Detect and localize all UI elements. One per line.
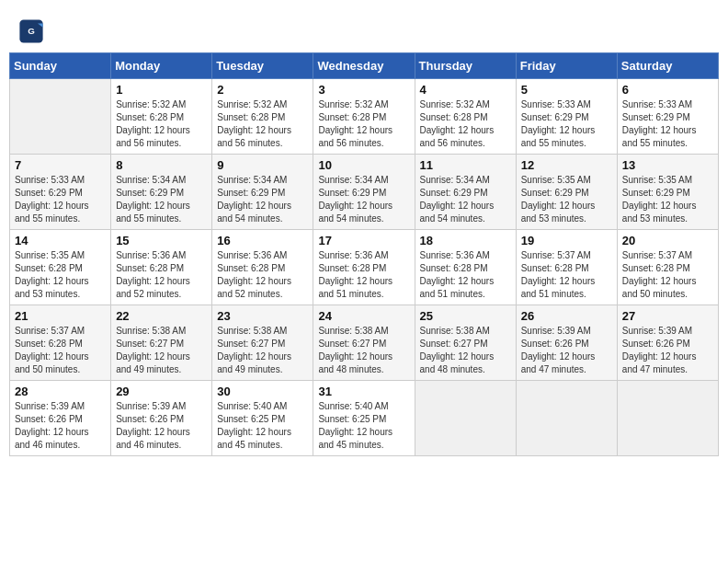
calendar-cell: 16Sunrise: 5:36 AM Sunset: 6:28 PM Dayli… — [212, 230, 313, 305]
cell-info: Sunrise: 5:40 AM Sunset: 6:25 PM Dayligh… — [217, 400, 308, 452]
calendar-cell: 1Sunrise: 5:32 AM Sunset: 6:28 PM Daylig… — [111, 79, 212, 155]
calendar-cell: 18Sunrise: 5:36 AM Sunset: 6:28 PM Dayli… — [415, 230, 516, 305]
calendar-cell: 27Sunrise: 5:39 AM Sunset: 6:26 PM Dayli… — [617, 305, 718, 381]
calendar-header: SundayMondayTuesdayWednesdayThursdayFrid… — [10, 53, 719, 79]
weekday-header: Friday — [516, 53, 617, 79]
calendar-cell: 3Sunrise: 5:32 AM Sunset: 6:28 PM Daylig… — [313, 79, 415, 155]
day-number: 20 — [622, 234, 713, 247]
day-number: 2 — [217, 83, 308, 97]
cell-info: Sunrise: 5:38 AM Sunset: 6:27 PM Dayligh… — [217, 325, 308, 376]
calendar-cell: 13Sunrise: 5:35 AM Sunset: 6:29 PM Dayli… — [617, 155, 718, 230]
calendar-week: 1Sunrise: 5:32 AM Sunset: 6:28 PM Daylig… — [10, 79, 719, 155]
calendar-cell: 28Sunrise: 5:39 AM Sunset: 6:26 PM Dayli… — [10, 381, 111, 456]
calendar-week: 7Sunrise: 5:33 AM Sunset: 6:29 PM Daylig… — [10, 155, 719, 230]
day-number: 12 — [521, 158, 612, 172]
day-number: 13 — [622, 158, 713, 172]
calendar-cell: 15Sunrise: 5:36 AM Sunset: 6:28 PM Dayli… — [111, 230, 212, 305]
svg-text:G: G — [28, 26, 35, 36]
day-number: 3 — [318, 83, 409, 97]
day-number: 27 — [622, 309, 713, 323]
cell-info: Sunrise: 5:37 AM Sunset: 6:28 PM Dayligh… — [15, 325, 106, 376]
cell-info: Sunrise: 5:34 AM Sunset: 6:29 PM Dayligh… — [217, 174, 308, 225]
calendar-cell: 9Sunrise: 5:34 AM Sunset: 6:29 PM Daylig… — [212, 155, 313, 230]
logo: G — [18, 18, 48, 44]
day-number: 6 — [622, 83, 713, 97]
day-number: 30 — [217, 385, 308, 398]
cell-info: Sunrise: 5:39 AM Sunset: 6:26 PM Dayligh… — [15, 400, 106, 452]
cell-info: Sunrise: 5:36 AM Sunset: 6:28 PM Dayligh… — [217, 249, 308, 301]
calendar-cell — [617, 381, 718, 456]
calendar-cell: 5Sunrise: 5:33 AM Sunset: 6:29 PM Daylig… — [516, 79, 617, 155]
cell-info: Sunrise: 5:34 AM Sunset: 6:29 PM Dayligh… — [116, 174, 207, 225]
calendar-cell: 25Sunrise: 5:38 AM Sunset: 6:27 PM Dayli… — [415, 305, 516, 381]
calendar-cell: 20Sunrise: 5:37 AM Sunset: 6:28 PM Dayli… — [617, 230, 718, 305]
day-number: 29 — [116, 385, 207, 398]
page-header: G — [9, 9, 719, 49]
day-number: 18 — [420, 234, 511, 247]
cell-info: Sunrise: 5:36 AM Sunset: 6:28 PM Dayligh… — [420, 249, 511, 301]
day-number: 22 — [116, 309, 207, 323]
calendar-cell: 22Sunrise: 5:38 AM Sunset: 6:27 PM Dayli… — [111, 305, 212, 381]
cell-info: Sunrise: 5:37 AM Sunset: 6:28 PM Dayligh… — [521, 249, 612, 301]
cell-info: Sunrise: 5:39 AM Sunset: 6:26 PM Dayligh… — [521, 325, 612, 376]
calendar-cell: 8Sunrise: 5:34 AM Sunset: 6:29 PM Daylig… — [111, 155, 212, 230]
cell-info: Sunrise: 5:32 AM Sunset: 6:28 PM Dayligh… — [318, 98, 409, 150]
day-number: 10 — [318, 158, 409, 172]
calendar-cell: 30Sunrise: 5:40 AM Sunset: 6:25 PM Dayli… — [212, 381, 313, 456]
day-number: 8 — [116, 158, 207, 172]
cell-info: Sunrise: 5:35 AM Sunset: 6:29 PM Dayligh… — [521, 174, 612, 225]
day-number: 31 — [318, 385, 409, 398]
day-number: 7 — [15, 158, 106, 172]
calendar-cell: 4Sunrise: 5:32 AM Sunset: 6:28 PM Daylig… — [415, 79, 516, 155]
day-number: 17 — [318, 234, 409, 247]
calendar-table: SundayMondayTuesdayWednesdayThursdayFrid… — [9, 52, 719, 456]
calendar-week: 28Sunrise: 5:39 AM Sunset: 6:26 PM Dayli… — [10, 381, 719, 456]
calendar-cell: 14Sunrise: 5:35 AM Sunset: 6:28 PM Dayli… — [10, 230, 111, 305]
cell-info: Sunrise: 5:39 AM Sunset: 6:26 PM Dayligh… — [622, 325, 713, 376]
calendar-cell: 29Sunrise: 5:39 AM Sunset: 6:26 PM Dayli… — [111, 381, 212, 456]
day-number: 16 — [217, 234, 308, 247]
day-number: 15 — [116, 234, 207, 247]
calendar-cell — [10, 79, 111, 155]
calendar-week: 21Sunrise: 5:37 AM Sunset: 6:28 PM Dayli… — [10, 305, 719, 381]
day-number: 25 — [420, 309, 511, 323]
calendar-cell: 24Sunrise: 5:38 AM Sunset: 6:27 PM Dayli… — [313, 305, 415, 381]
cell-info: Sunrise: 5:36 AM Sunset: 6:28 PM Dayligh… — [116, 249, 207, 301]
day-number: 21 — [15, 309, 106, 323]
day-number: 24 — [318, 309, 409, 323]
weekday-header: Monday — [111, 53, 212, 79]
cell-info: Sunrise: 5:33 AM Sunset: 6:29 PM Dayligh… — [521, 98, 612, 150]
weekday-header: Tuesday — [212, 53, 313, 79]
calendar-cell: 10Sunrise: 5:34 AM Sunset: 6:29 PM Dayli… — [313, 155, 415, 230]
cell-info: Sunrise: 5:40 AM Sunset: 6:25 PM Dayligh… — [318, 400, 409, 452]
cell-info: Sunrise: 5:38 AM Sunset: 6:27 PM Dayligh… — [318, 325, 409, 376]
cell-info: Sunrise: 5:38 AM Sunset: 6:27 PM Dayligh… — [420, 325, 511, 376]
calendar-cell: 26Sunrise: 5:39 AM Sunset: 6:26 PM Dayli… — [516, 305, 617, 381]
calendar-cell: 31Sunrise: 5:40 AM Sunset: 6:25 PM Dayli… — [313, 381, 415, 456]
cell-info: Sunrise: 5:33 AM Sunset: 6:29 PM Dayligh… — [15, 174, 106, 225]
day-number: 1 — [116, 83, 207, 97]
day-number: 19 — [521, 234, 612, 247]
calendar-cell: 12Sunrise: 5:35 AM Sunset: 6:29 PM Dayli… — [516, 155, 617, 230]
cell-info: Sunrise: 5:33 AM Sunset: 6:29 PM Dayligh… — [622, 98, 713, 150]
day-number: 23 — [217, 309, 308, 323]
calendar-week: 14Sunrise: 5:35 AM Sunset: 6:28 PM Dayli… — [10, 230, 719, 305]
cell-info: Sunrise: 5:32 AM Sunset: 6:28 PM Dayligh… — [116, 98, 207, 150]
cell-info: Sunrise: 5:38 AM Sunset: 6:27 PM Dayligh… — [116, 325, 207, 376]
day-number: 5 — [521, 83, 612, 97]
calendar-cell: 19Sunrise: 5:37 AM Sunset: 6:28 PM Dayli… — [516, 230, 617, 305]
weekday-header: Saturday — [617, 53, 718, 79]
day-number: 28 — [15, 385, 106, 398]
calendar-cell: 17Sunrise: 5:36 AM Sunset: 6:28 PM Dayli… — [313, 230, 415, 305]
day-number: 14 — [15, 234, 106, 247]
cell-info: Sunrise: 5:37 AM Sunset: 6:28 PM Dayligh… — [622, 249, 713, 301]
cell-info: Sunrise: 5:39 AM Sunset: 6:26 PM Dayligh… — [116, 400, 207, 452]
calendar-cell: 21Sunrise: 5:37 AM Sunset: 6:28 PM Dayli… — [10, 305, 111, 381]
weekday-header: Sunday — [10, 53, 111, 79]
calendar-cell: 6Sunrise: 5:33 AM Sunset: 6:29 PM Daylig… — [617, 79, 718, 155]
cell-info: Sunrise: 5:35 AM Sunset: 6:29 PM Dayligh… — [622, 174, 713, 225]
cell-info: Sunrise: 5:34 AM Sunset: 6:29 PM Dayligh… — [318, 174, 409, 225]
calendar-cell — [415, 381, 516, 456]
cell-info: Sunrise: 5:32 AM Sunset: 6:28 PM Dayligh… — [217, 98, 308, 150]
calendar-cell: 23Sunrise: 5:38 AM Sunset: 6:27 PM Dayli… — [212, 305, 313, 381]
